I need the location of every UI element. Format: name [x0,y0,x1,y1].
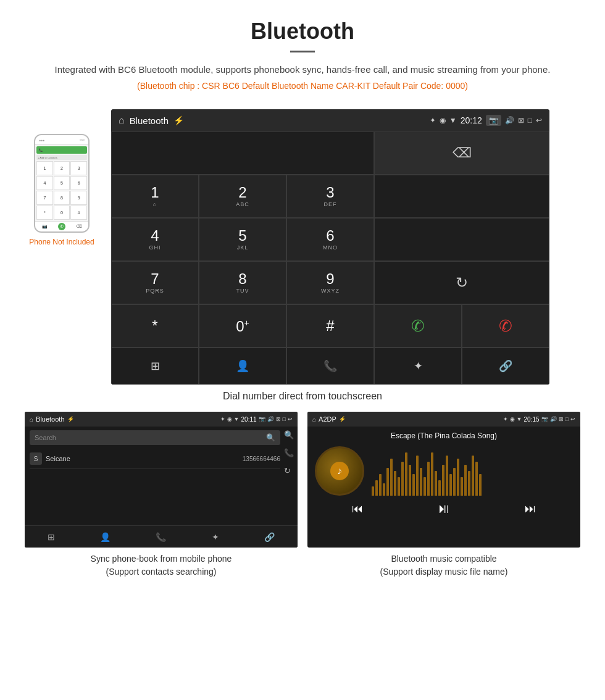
camera-button[interactable]: 📷 [486,115,501,126]
key-8-main: 8 [238,272,246,286]
nav-dialpad[interactable]: ⊞ [111,348,199,385]
page-title: Bluetooth [37,19,568,44]
viz-bar [401,462,404,496]
music-usb-icon: ⚡ [339,416,346,422]
key-star[interactable]: * [111,304,199,348]
key-1-main: 1 [151,185,159,200]
page-description: Integrated with BC6 Bluetooth module, su… [37,62,568,77]
pb-bt-icon: ✦ [220,416,225,422]
music-home-icon[interactable]: ⌂ [312,416,316,423]
window-icon[interactable]: □ [528,116,532,125]
prev-track-button[interactable]: ⏮ [352,502,363,515]
page-specs: (Bluetooth chip : CSR BC6 Default Blueto… [37,81,568,91]
play-pause-button[interactable]: ⏯ [437,501,451,517]
phone-bottom-row: 📷 ✆ ⌫ [35,221,88,231]
key-7[interactable]: 7 PQRS [111,261,199,304]
phonebook-contact-row: S Seicane 13566664466 [30,449,280,469]
music-item: ⌂ A2DP ⚡ ✦ ◉ ▼ 20:15 📷 🔊 ⊠ □ ↩ [307,412,580,578]
key-0[interactable]: 0+ [199,304,286,348]
end-call-button[interactable]: ✆ [462,304,549,348]
dial-btn-2: 2 [54,161,70,175]
main-section: ●●● M20 📞 + Add to Contacts 1 2 3 4 5 6 … [0,109,605,385]
home-icon[interactable]: ⌂ [119,115,125,126]
pb-nav-link[interactable]: 🔗 [264,532,275,542]
viz-bar [420,468,422,496]
key-0-main: 0+ [236,319,249,334]
key-8[interactable]: 8 TUV [199,261,286,304]
key-9-main: 9 [326,272,334,286]
main-caption: Dial number direct from touchscreen [0,391,605,402]
contact-letter: S [30,452,42,465]
phonebook-search-bar[interactable]: Search 🔍 [30,430,280,445]
volume-icon[interactable]: 🔊 [505,116,514,125]
ms-lock-icon: ⊠ [559,416,564,422]
next-track-button[interactable]: ⏭ [525,502,536,515]
pb-win-icon: □ [283,416,286,422]
key-9[interactable]: 9 WXYZ [286,261,374,304]
viz-bar [435,471,437,496]
refresh-button[interactable]: ↻ [374,261,549,304]
key-4[interactable]: 4 GHI [111,218,199,261]
ms-cam-icon: 📷 [541,416,548,422]
pb-nav-dialpad[interactable]: ⊞ [48,532,55,542]
dial-btn-1: 1 [36,161,53,175]
pb-refresh-side-icon[interactable]: ↻ [284,466,294,475]
key-star-main: * [152,319,157,333]
phone-contact-btn: + Add to Contacts [36,155,87,160]
key-6-main: 6 [326,228,334,243]
phonebook-time: 20:11 [241,416,257,423]
call-icon: ✆ [411,317,425,336]
pb-lock-icon: ⊠ [276,416,281,422]
pb-call-side-icon[interactable]: 📞 [284,448,294,457]
pb-nav-bt[interactable]: ✦ [212,532,219,542]
ms-win-icon: □ [565,416,569,422]
music-content: ♪ [315,446,573,496]
back-icon[interactable]: ↩ [536,116,542,125]
nav-contacts[interactable]: 👤 [199,348,286,385]
key-5[interactable]: 5 JKL [199,218,286,261]
end-call-icon: ✆ [499,317,512,336]
nav-settings[interactable]: 🔗 [462,348,549,385]
dial-btn-hash: # [70,206,87,220]
viz-bar [431,452,433,496]
viz-bar [453,468,456,496]
pb-nav-calls[interactable]: 📞 [156,532,166,542]
empty-cell-1 [374,175,549,218]
key-9-sub: WXYZ [321,288,340,294]
dialpad-icon: ⊞ [151,359,160,373]
phone-aside: ●●● M20 📞 + Add to Contacts 1 2 3 4 5 6 … [25,109,99,246]
phonebook-status-bar: ⌂ Bluetooth ⚡ ✦ ◉ ▼ 20:11 📷 🔊 ⊠ □ ↩ [25,412,298,427]
album-art-inner: ♪ [330,462,349,480]
viz-bar [449,474,452,496]
pb-search-side-icon[interactable]: 🔍 [284,430,294,440]
key-1[interactable]: 1 ⌂ [111,175,199,218]
dial-btn-0: 0 [54,206,70,220]
pb-nav-contacts-active[interactable]: 👤 [100,532,111,542]
ms-back-icon[interactable]: ↩ [570,416,575,422]
backspace-button[interactable]: ⌫ [374,131,549,175]
phonebook-usb-icon: ⚡ [67,416,74,422]
nav-recent-calls[interactable]: 📞 [286,348,374,385]
key-3[interactable]: 3 DEF [286,175,374,218]
nav-bluetooth[interactable]: ✦ [374,348,462,385]
call-button[interactable]: ✆ [374,304,462,348]
pb-back-icon[interactable]: ↩ [288,416,293,422]
key-6[interactable]: 6 MNO [286,218,374,261]
key-hash[interactable]: # [286,304,374,348]
key-2-main: 2 [238,185,246,200]
dial-status-left: ⌂ Bluetooth ⚡ [119,115,184,126]
phonebook-home-icon[interactable]: ⌂ [30,416,33,423]
phone-back-icon: ⌫ [76,224,82,229]
viz-bar [479,474,482,496]
album-art: ♪ [315,446,364,496]
ms-vol-icon: 🔊 [550,416,557,422]
screen-lock-icon[interactable]: ⊠ [518,116,524,125]
pb-gps-icon: ◉ [227,416,232,422]
key-2[interactable]: 2 ABC [199,175,286,218]
phonebook-item: ⌂ Bluetooth ⚡ ✦ ◉ ▼ 20:11 📷 🔊 ⊠ □ ↩ [25,412,298,578]
bluetooth-nav-icon: ✦ [414,359,423,373]
viz-bar [372,486,374,496]
key-5-sub: JKL [237,244,249,251]
dial-btn-3: 3 [70,161,87,175]
key-8-sub: TUV [236,288,249,294]
